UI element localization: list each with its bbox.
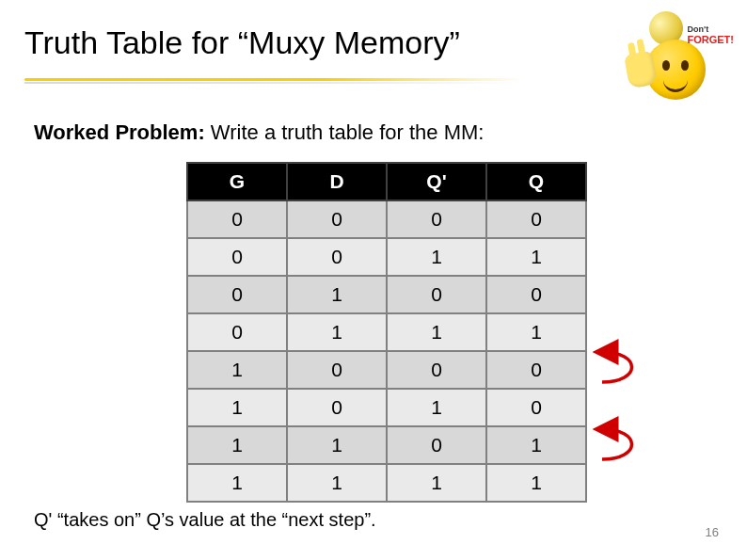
col-header: Q': [387, 163, 486, 200]
cell: 0: [187, 238, 287, 276]
cell: 0: [486, 389, 586, 426]
truth-table: G D Q' Q 0000 0011 0100 0111 1000 1010 1…: [186, 162, 587, 503]
page-number: 16: [706, 525, 719, 539]
cell: 1: [486, 238, 586, 276]
subtitle-bold: Worked Problem:: [34, 120, 205, 144]
cell: 1: [387, 464, 486, 502]
sticker-label-bottom: FORGET!: [688, 34, 735, 45]
subtitle-rest: Write a truth table for the MM:: [205, 120, 485, 144]
feedback-arrow-icon: [593, 416, 659, 469]
table-header-row: G D Q' Q: [187, 163, 586, 200]
cell: 0: [287, 351, 387, 389]
cell: 0: [387, 426, 486, 464]
table-row: 1000: [187, 351, 586, 389]
col-header: Q: [486, 163, 586, 200]
cell: 0: [287, 389, 387, 426]
table-row: 1111: [187, 464, 586, 502]
cell: 0: [187, 276, 287, 313]
col-header: D: [287, 163, 387, 200]
sticker-label: Don't FORGET!: [688, 24, 735, 45]
cell: 1: [287, 426, 387, 464]
dont-forget-sticker: Don't FORGET!: [617, 15, 730, 100]
cell: 1: [187, 389, 287, 426]
cell: 1: [387, 238, 486, 276]
col-header: G: [187, 163, 287, 200]
cell: 0: [387, 276, 486, 313]
cell: 1: [387, 389, 486, 426]
subtitle: Worked Problem: Write a truth table for …: [34, 120, 484, 145]
title-underline: [24, 78, 523, 81]
cell: 0: [486, 200, 586, 238]
cell: 0: [486, 276, 586, 313]
cell: 1: [187, 426, 287, 464]
table-row: 0000: [187, 200, 586, 238]
cell: 1: [187, 464, 287, 502]
cell: 1: [486, 426, 586, 464]
cell: 0: [287, 238, 387, 276]
sticker-label-top: Don't: [688, 24, 735, 34]
table-row: 1101: [187, 426, 586, 464]
cell: 0: [486, 351, 586, 389]
footnote: Q' “takes on” Q’s value at the “next ste…: [34, 509, 376, 531]
cell: 1: [287, 276, 387, 313]
cell: 0: [187, 200, 287, 238]
cell: 1: [486, 313, 586, 351]
cell: 1: [187, 351, 287, 389]
cell: 1: [287, 464, 387, 502]
table-row: 0011: [187, 238, 586, 276]
table-row: 0111: [187, 313, 586, 351]
cell: 0: [187, 313, 287, 351]
cell: 0: [287, 200, 387, 238]
table-row: 0100: [187, 276, 586, 313]
cell: 1: [387, 313, 486, 351]
page-title: Truth Table for “Muxy Memory”: [24, 24, 460, 61]
cell: 1: [486, 464, 586, 502]
cell: 0: [387, 351, 486, 389]
feedback-arrow-icon: [593, 339, 659, 392]
cell: 0: [387, 200, 486, 238]
table-row: 1010: [187, 389, 586, 426]
cell: 1: [287, 313, 387, 351]
